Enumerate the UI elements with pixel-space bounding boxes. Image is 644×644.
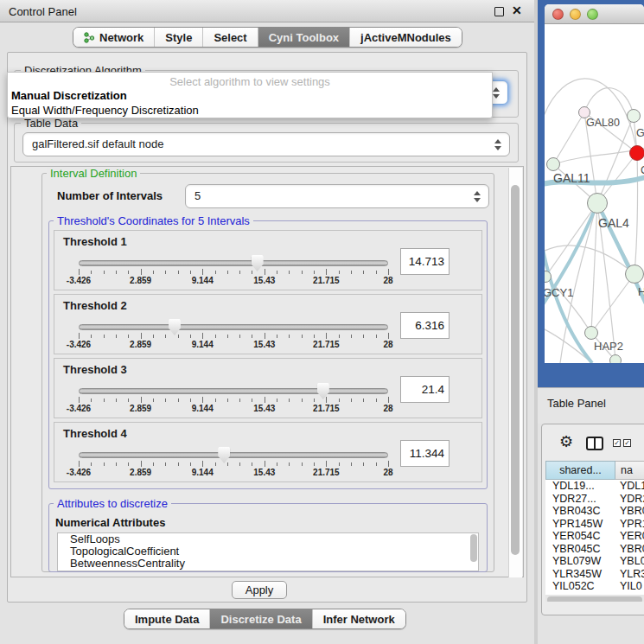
network-canvas[interactable]: GAL80 GA C GAL11 GAL4 GCY1 H HAP2	[545, 24, 644, 363]
attributes-scrollbar-thumb[interactable]	[470, 534, 477, 562]
node-partial-bottom[interactable]	[609, 354, 622, 363]
checkbox-icon[interactable]: ✓	[623, 439, 631, 447]
number-of-intervals-combobox[interactable]: 5	[185, 184, 489, 208]
network-view-frame: GAL80 GA C GAL11 GAL4 GCY1 H HAP2	[538, 0, 644, 387]
table-cell: YLR345W	[545, 568, 620, 581]
table-cell: YDR2	[620, 493, 644, 506]
numerical-attributes-label: Numerical Attributes	[55, 516, 165, 529]
gear-icon[interactable]: ⚙	[559, 434, 573, 450]
network-icon	[84, 32, 95, 43]
table-row[interactable]: YLR345WYLR3	[545, 568, 644, 581]
table-row[interactable]: YER054CYER0	[545, 530, 644, 543]
network-window-titlebar	[545, 4, 644, 24]
zoom-traffic-light-icon[interactable]	[587, 9, 598, 20]
table-cell: YER054C	[545, 530, 620, 543]
threshold-3-label: Threshold 3	[63, 363, 127, 376]
threshold-1-label: Threshold 1	[63, 235, 127, 248]
tab-cyni-toolbox[interactable]: Cyni Toolbox	[258, 28, 350, 47]
close-icon[interactable]: ✕	[512, 3, 522, 17]
apply-button[interactable]: Apply	[232, 581, 287, 599]
threshold-3-value-field[interactable]	[400, 376, 450, 403]
tab-jactivemnodules[interactable]: jActiveMNodules	[350, 28, 462, 47]
tab-select[interactable]: Select	[203, 28, 258, 47]
network-window[interactable]: GAL80 GA C GAL11 GAL4 GCY1 H HAP2	[545, 4, 644, 363]
table-cell: YBR0	[620, 505, 644, 518]
table-cell: YDR27...	[545, 493, 620, 506]
node-selected-red[interactable]	[629, 145, 644, 161]
tab-network[interactable]: Network	[73, 28, 155, 47]
numerical-attributes-list[interactable]: SelfLoopsTopologicalCoefficientBetweenne…	[57, 532, 479, 571]
node-label-gcy1: GCY1	[545, 286, 573, 299]
slider-track[interactable]	[79, 324, 388, 330]
table-row[interactable]: YBL079WYBL0	[545, 555, 644, 568]
float-window-icon[interactable]	[494, 7, 504, 16]
table-panel: ⚙ ✓ ✓ shared... na YDL19...YDL1YDR27...Y…	[541, 424, 644, 615]
threshold-1-slider[interactable]: -3.4262.8599.14415.4321.71528	[79, 255, 388, 290]
table-hscrollbar-thumb[interactable]	[547, 596, 642, 602]
slider-track[interactable]	[79, 452, 388, 458]
table-cell: YDL19...	[545, 480, 620, 493]
tab-infer-network[interactable]: Infer Network	[313, 609, 405, 628]
node-partial-right[interactable]	[625, 265, 644, 284]
slider-tick-labels: -3.4262.8599.14415.4321.71528	[79, 404, 388, 414]
table-row[interactable]: YDR27...YDR2	[545, 493, 644, 506]
tab-discretize-data[interactable]: Discretize Data	[210, 609, 312, 628]
slider-tick-labels: -3.4262.8599.14415.4321.71528	[79, 276, 388, 286]
table-hscrollbar[interactable]	[545, 595, 644, 602]
node-gal4[interactable]	[587, 193, 608, 214]
table-row[interactable]: YIL052CYIL0	[545, 580, 644, 593]
attribute-item[interactable]: BetweennessCentrality	[58, 558, 478, 570]
table-cell: YPR1	[620, 518, 644, 531]
node-table: shared... na YDL19...YDL1YDR27...YDR2YBR…	[545, 461, 644, 602]
threshold-panel-3: Threshold 3 -3.4262.8599.14415.4321.7152…	[54, 358, 482, 418]
close-traffic-light-icon[interactable]	[552, 9, 564, 20]
minimize-traffic-light-icon[interactable]	[570, 9, 581, 20]
table-cell: YER0	[620, 530, 644, 543]
tab-impute-data[interactable]: Impute Data	[124, 609, 210, 628]
table-data-value: galFiltered.sif default node	[32, 137, 163, 150]
table-row[interactable]: YBR045CYBR0	[545, 543, 644, 556]
settings-scrollbar-thumb[interactable]	[511, 185, 520, 555]
threshold-1-value-field[interactable]	[400, 248, 450, 275]
screen: Control Panel ✕ Network Style Select Cyn…	[0, 0, 644, 644]
table-cell: YLR3	[620, 568, 644, 581]
table-cell: YBR045C	[545, 543, 620, 556]
node-label-gal4: GAL4	[598, 216, 629, 230]
split-columns-icon[interactable]	[586, 437, 603, 450]
tab-style[interactable]: Style	[155, 28, 203, 47]
node-partial-top-right[interactable]	[627, 109, 641, 123]
table-data-combobox[interactable]: galFiltered.sif default node	[22, 132, 510, 156]
node-hap2[interactable]	[584, 326, 598, 340]
slider-ticks	[79, 333, 388, 340]
checkbox-icon[interactable]: ✓	[613, 439, 621, 447]
node-label-partial-ga: GA	[636, 127, 644, 139]
threshold-2-slider[interactable]: -3.4262.8599.14415.4321.71528	[79, 319, 388, 354]
table-cell: YBL0	[620, 555, 644, 568]
algorithm-option-equal-width[interactable]: Equal Width/Frequency Discretization	[11, 104, 199, 117]
column-header-name[interactable]: na	[615, 461, 644, 480]
table-row[interactable]: YDL19...YDL1	[545, 480, 644, 493]
threshold-panel-1: Threshold 1 -3.4262.8599.14415.4321.7152…	[54, 230, 482, 290]
threshold-2-value-field[interactable]	[400, 312, 450, 339]
slider-track[interactable]	[79, 260, 388, 266]
table-cell: YIL0	[620, 580, 642, 593]
table-row[interactable]: YBR043CYBR0	[545, 505, 644, 518]
attribute-item[interactable]: TopologicalCoefficient	[58, 545, 478, 558]
slider-tick-labels: -3.4262.8599.14415.4321.71528	[79, 468, 388, 478]
column-header-shared[interactable]: shared...	[545, 461, 615, 480]
table-cell: YBR043C	[545, 505, 620, 518]
slider-track[interactable]	[79, 388, 388, 394]
threshold-3-slider[interactable]: -3.4262.8599.14415.4321.71528	[79, 383, 388, 418]
node-label-partial-h: H	[638, 285, 644, 298]
settings-scrollbar[interactable]	[508, 168, 522, 577]
table-header: shared... na	[545, 461, 644, 480]
combo-stepper-icon	[494, 139, 501, 150]
algorithm-placeholder-option[interactable]: Select algorithm to view settings	[8, 75, 492, 88]
threshold-4-slider[interactable]: -3.4262.8599.14415.4321.71528	[79, 447, 388, 481]
node-gal11[interactable]	[546, 157, 560, 171]
attribute-item[interactable]: SelfLoops	[58, 533, 478, 545]
table-row[interactable]: YPR145WYPR1	[545, 518, 644, 531]
threshold-panel-2: Threshold 2 -3.4262.8599.14415.4321.7152…	[54, 294, 482, 354]
threshold-4-value-field[interactable]	[400, 440, 450, 467]
algorithm-option-manual[interactable]: Manual Discretization	[11, 89, 127, 102]
